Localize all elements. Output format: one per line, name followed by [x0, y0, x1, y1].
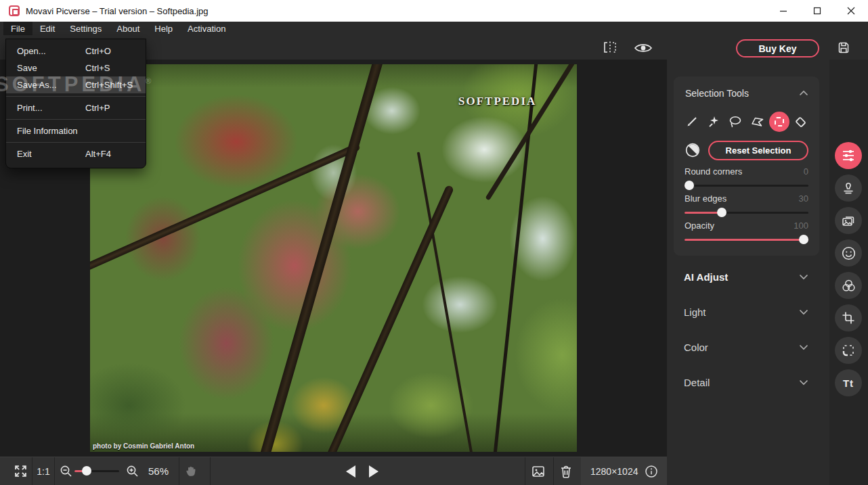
- rectangular-marquee-tool[interactable]: [769, 112, 789, 132]
- image-dimensions: 1280×1024: [590, 466, 638, 477]
- buy-key-button[interactable]: Buy Key: [736, 39, 819, 57]
- text-tool-icon: Tt: [843, 377, 854, 389]
- section-ai-adjust[interactable]: AI Adjust: [667, 264, 829, 292]
- hand-icon: [184, 464, 198, 478]
- section-detail[interactable]: Detail: [667, 370, 829, 397]
- divider: [32, 457, 32, 485]
- info-button[interactable]: [645, 465, 658, 478]
- chevron-down-icon: [799, 274, 808, 280]
- selection-tools-panel: Selection Tools: [674, 76, 819, 256]
- image-manager-button[interactable]: [531, 464, 546, 479]
- preview-button[interactable]: [634, 42, 653, 54]
- app-window: Movavi Picverse – Trial version – Softpe…: [0, 0, 868, 485]
- minimize-icon: [779, 7, 787, 15]
- branch-shape: [318, 185, 454, 452]
- settings-panel: Selection Tools: [667, 60, 829, 485]
- invert-selection-icon: [685, 142, 701, 158]
- brush-selection-tool[interactable]: [682, 112, 702, 132]
- divider: [553, 457, 554, 485]
- effects-mode-button[interactable]: [835, 272, 862, 299]
- invert-selection-button[interactable]: [685, 142, 701, 158]
- menu-file[interactable]: File: [3, 22, 32, 35]
- menu-settings[interactable]: Settings: [62, 22, 109, 35]
- divider: [210, 457, 211, 485]
- adjust-mode-button[interactable]: [835, 142, 862, 169]
- menu-item-file-information[interactable]: File Information: [6, 122, 146, 139]
- chevron-down-icon: [799, 344, 808, 350]
- magic-wand-tool[interactable]: [703, 112, 724, 132]
- next-image-button[interactable]: [369, 465, 379, 478]
- maximize-icon: [813, 7, 821, 15]
- delete-image-button[interactable]: [559, 464, 573, 479]
- minimize-button[interactable]: [766, 0, 800, 22]
- background-image-icon: [840, 212, 856, 229]
- menu-item-save[interactable]: Save Ctrl+S: [6, 60, 146, 76]
- zoom-slider-thumb[interactable]: [82, 466, 91, 476]
- zoom-out-button[interactable]: [60, 465, 72, 478]
- menu-separator: [6, 119, 146, 120]
- photo-canvas[interactable]: SOFTPEDIA photo by Cosmin Gabriel Anton: [90, 64, 577, 452]
- section-light[interactable]: Light: [667, 300, 829, 327]
- menu-separator: [6, 96, 146, 97]
- collapse-button[interactable]: [799, 90, 808, 96]
- round-corners-thumb[interactable]: [685, 181, 694, 190]
- round-corners-slider[interactable]: [685, 185, 808, 187]
- chevron-down-icon: [799, 379, 808, 386]
- stamp-retouch-icon: [841, 181, 856, 195]
- menu-edit[interactable]: Edit: [32, 22, 62, 35]
- actual-size-button[interactable]: 1:1: [34, 466, 53, 477]
- shortcut: Ctrl+O: [85, 43, 111, 60]
- menu-about[interactable]: About: [109, 22, 147, 35]
- zoom-slider[interactable]: [74, 470, 119, 472]
- statusbar: 1:1 56%: [0, 457, 667, 485]
- opacity-label: Opacity: [685, 221, 714, 231]
- crop-mode-button[interactable]: [835, 304, 862, 331]
- eraser-icon: [796, 116, 807, 128]
- selection-actions-row: Reset Selection: [685, 140, 808, 160]
- divider: [179, 457, 179, 485]
- opacity-thumb[interactable]: [799, 235, 808, 244]
- image-dimensions-box: 1280×1024: [581, 457, 667, 485]
- lasso-tool[interactable]: [725, 112, 745, 132]
- magic-wand-icon: [707, 115, 720, 129]
- retouch-mode-button[interactable]: [835, 175, 862, 202]
- menu-item-print[interactable]: Print... Ctrl+P: [6, 99, 146, 116]
- reset-selection-button[interactable]: Reset Selection: [708, 141, 808, 160]
- shortcut: Ctrl+P: [85, 99, 110, 116]
- face-retouch-mode-button[interactable]: [835, 239, 862, 267]
- fit-screen-button[interactable]: [14, 465, 27, 478]
- selection-tools-title: Selection Tools: [685, 88, 749, 99]
- menu-item-open[interactable]: Open... Ctrl+O: [6, 43, 146, 60]
- menu-item-save-as[interactable]: Save As... Ctrl+Shift+S: [6, 76, 146, 93]
- background-mode-button[interactable]: [835, 207, 862, 234]
- polygonal-lasso-tool[interactable]: [747, 112, 768, 132]
- info-icon: [645, 465, 658, 478]
- maximize-button[interactable]: [800, 0, 834, 22]
- text-mode-button[interactable]: Tt: [835, 369, 862, 396]
- zoom-in-button[interactable]: [126, 465, 139, 478]
- adjust-sliders-icon: [841, 148, 856, 163]
- hand-tool-button[interactable]: [184, 464, 198, 478]
- opacity-value: 100: [794, 221, 808, 231]
- effects-icon: [841, 278, 856, 294]
- opacity-slider[interactable]: [685, 239, 808, 241]
- resize-mode-button[interactable]: [835, 337, 862, 364]
- compare-button[interactable]: [601, 41, 619, 54]
- blur-edges-thumb[interactable]: [717, 208, 726, 217]
- menu-help[interactable]: Help: [147, 22, 180, 35]
- menu-item-exit[interactable]: Exit Alt+F4: [6, 145, 146, 162]
- eraser-tool[interactable]: [791, 112, 811, 132]
- menu-separator: [6, 142, 146, 143]
- close-button[interactable]: [834, 0, 868, 22]
- blur-edges-slider[interactable]: [685, 212, 808, 214]
- photo-credit: photo by Cosmin Gabriel Anton: [93, 442, 194, 450]
- face-retouch-icon: [841, 246, 856, 261]
- menu-activation[interactable]: Activation: [180, 22, 233, 35]
- crop-icon: [841, 310, 856, 325]
- section-color[interactable]: Color: [667, 335, 829, 362]
- blur-edges-value: 30: [799, 193, 808, 204]
- previous-image-button[interactable]: [345, 465, 355, 478]
- blur-edges-label: Blur edges: [685, 193, 726, 204]
- menubar: File Edit Settings About Help Activation: [0, 22, 868, 35]
- save-button[interactable]: [837, 41, 850, 54]
